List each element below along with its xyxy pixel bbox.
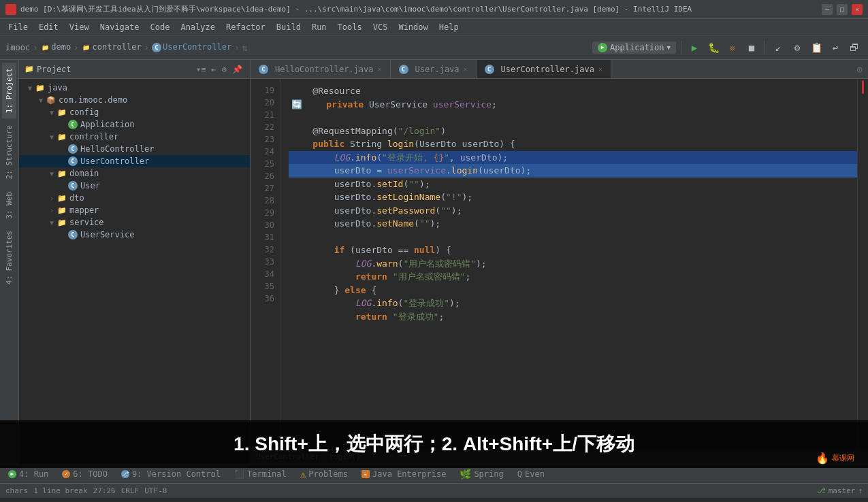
tree-label-mapper: mapper (69, 205, 99, 215)
tab-icon-user: C (399, 65, 408, 74)
copy-button[interactable]: 📋 (808, 39, 824, 56)
tree-item-userservice[interactable]: C UserService (19, 229, 250, 241)
tree-item-com-imooc-demo[interactable]: ▼ 📦 com.imooc.demo (19, 94, 250, 106)
even-tab-label: Even (525, 469, 545, 479)
bottom-tab-todo[interactable]: ✓ 6: TODO (57, 468, 113, 480)
tab-label-hello: HelloController.java (275, 65, 374, 74)
debug-button[interactable]: 🐛 (705, 39, 722, 56)
menu-file[interactable]: File (3, 21, 33, 33)
menu-window[interactable]: Window (393, 21, 433, 33)
tree-label-java: java (48, 83, 67, 93)
tree-item-mapper[interactable]: › 📁 mapper (19, 204, 250, 216)
code-line-34: } else { (289, 284, 857, 297)
sidebar-item-structure[interactable]: 2: Structure (2, 120, 16, 184)
bc-demo[interactable]: 📁demo (40, 42, 71, 52)
folder-icon-domain: 📁 (57, 169, 67, 178)
update-button[interactable]: ↙ (770, 39, 786, 56)
tab-user[interactable]: C User.java ✕ (391, 60, 477, 78)
bc-usercontroller[interactable]: CUserController (152, 42, 231, 52)
maximize-button[interactable]: □ (837, 4, 848, 15)
code-line-28: userDto.setPassword(""); (289, 204, 857, 218)
menu-navigate[interactable]: Navigate (95, 21, 145, 33)
menu-analyze[interactable]: Analyze (175, 21, 221, 33)
menu-refactor[interactable]: Refactor (221, 21, 271, 33)
folder-icon-config: 📁 (57, 108, 67, 117)
settings-button[interactable]: ⚙ (789, 39, 805, 56)
app-run-icon: ▶ (598, 43, 607, 52)
bottom-tab-spring[interactable]: 🌿 Spring (454, 467, 509, 481)
bottom-tab-vc[interactable]: ⎇ 9: Version Control (116, 468, 226, 480)
even-tab-icon: Q (517, 469, 522, 479)
run-config-selector[interactable]: ▶ Application ▼ (592, 41, 676, 54)
sidebar-item-web[interactable]: 3: Web (2, 186, 16, 224)
sidebar-item-project[interactable]: 1: Project (2, 63, 16, 118)
tree-item-config[interactable]: ▼ 📁 config (19, 106, 250, 118)
problems-tab-icon: ⚠ (300, 469, 306, 480)
close-button[interactable]: ✕ (852, 4, 863, 15)
window-title: demo [D:\慕课网\开发工具idea从入门到爱不释手\workspace\… (20, 4, 822, 14)
panel-settings-icon[interactable]: ▾≡ (194, 64, 208, 75)
folder-icon-mapper: 📁 (57, 206, 67, 215)
menu-vcs[interactable]: VCS (368, 21, 393, 33)
bc-controller[interactable]: 📁controller (82, 42, 142, 52)
layout-button[interactable]: 🗗 (846, 39, 863, 56)
tree-item-hellocontroller[interactable]: C HelloController (19, 143, 250, 155)
tab-close-hello[interactable]: ✕ (378, 65, 382, 73)
panel-collapse-icon[interactable]: ⇤ (210, 64, 219, 75)
editor-tabs-bar: C HelloController.java ✕ C User.java ✕ C… (251, 60, 868, 79)
bottom-tab-terminal[interactable]: ⬛ Terminal (229, 468, 292, 480)
terminal-tab-label: Terminal (247, 469, 287, 479)
git-push-icon[interactable]: ↑ (858, 486, 863, 495)
tab-icon-hello: C (259, 65, 268, 74)
tree-label-service: service (69, 218, 104, 227)
tree-item-user[interactable]: C User (19, 180, 250, 192)
bottom-tab-run[interactable]: ▶ 4: Run (3, 468, 54, 480)
run-tab-label: 4: Run (19, 469, 48, 479)
bottom-tab-java-ent[interactable]: ☕ Java Enterprise (356, 468, 451, 480)
sidebar-item-favorites[interactable]: 4: Favorites (2, 225, 16, 290)
vc-tab-icon: ⎇ (121, 470, 129, 478)
tab-usercontroller[interactable]: C UserController.java ✕ (477, 60, 611, 78)
tree-label-controller: controller (69, 132, 118, 141)
undo-button[interactable]: ↩ (827, 39, 843, 56)
minimize-button[interactable]: ─ (822, 4, 833, 15)
tree-label-config: config (69, 107, 99, 117)
coverage-button[interactable]: ❊ (724, 39, 741, 56)
tree-item-java[interactable]: ▼ 📁 java (19, 82, 250, 94)
menu-tools[interactable]: Tools (332, 21, 368, 33)
menu-help[interactable]: Help (434, 21, 464, 33)
panel-pin-icon[interactable]: 📌 (230, 64, 244, 75)
code-editor[interactable]: @Resource 🔄 private UserService userServ… (280, 79, 857, 449)
error-indicator (862, 80, 864, 94)
code-line-29: userDto.setName(""); (289, 217, 857, 231)
run-button[interactable]: ▶ (686, 39, 703, 56)
tab-close-usercontroller[interactable]: ✕ (598, 65, 602, 73)
tree-item-usercontroller[interactable]: C UserController (19, 155, 250, 167)
code-line-22: @RequestMapping("/login") (289, 124, 857, 138)
menu-build[interactable]: Build (271, 21, 306, 33)
tree-label-application: Application (80, 120, 134, 129)
menu-code[interactable]: Code (145, 21, 176, 33)
tab-settings-icon[interactable]: ⚙ (857, 64, 863, 75)
tab-hellocontroller[interactable]: C HelloController.java ✕ (251, 60, 391, 78)
menu-view[interactable]: View (64, 21, 95, 33)
code-line-19: @Resource (289, 84, 857, 98)
menu-run[interactable]: Run (306, 21, 332, 33)
app-icon (5, 4, 16, 15)
tree-label-hello: HelloController (80, 144, 154, 154)
bc-imooc[interactable]: imooc (5, 43, 30, 52)
tree-item-dto[interactable]: › 📁 dto (19, 192, 250, 204)
bottom-tab-problems[interactable]: ⚠ Problems (295, 467, 353, 481)
menu-edit[interactable]: Edit (33, 21, 64, 33)
tree-item-service[interactable]: ▼ 📁 service (19, 216, 250, 229)
tree-arrow-service: ▼ (46, 219, 57, 227)
tree-item-domain[interactable]: ▼ 📁 domain (19, 167, 250, 180)
tab-close-user[interactable]: ✕ (464, 65, 468, 73)
tree-item-controller[interactable]: ▼ 📁 controller (19, 131, 250, 143)
stop-button[interactable]: ■ (743, 39, 760, 56)
panel-gear-icon[interactable]: ⚙ (220, 64, 229, 75)
tree-arrow-java: ▼ (25, 84, 35, 92)
tree-label-userservice: UserService (80, 230, 134, 239)
bottom-tab-even[interactable]: Q Even (512, 468, 550, 480)
tree-item-application[interactable]: C Application (19, 118, 250, 131)
